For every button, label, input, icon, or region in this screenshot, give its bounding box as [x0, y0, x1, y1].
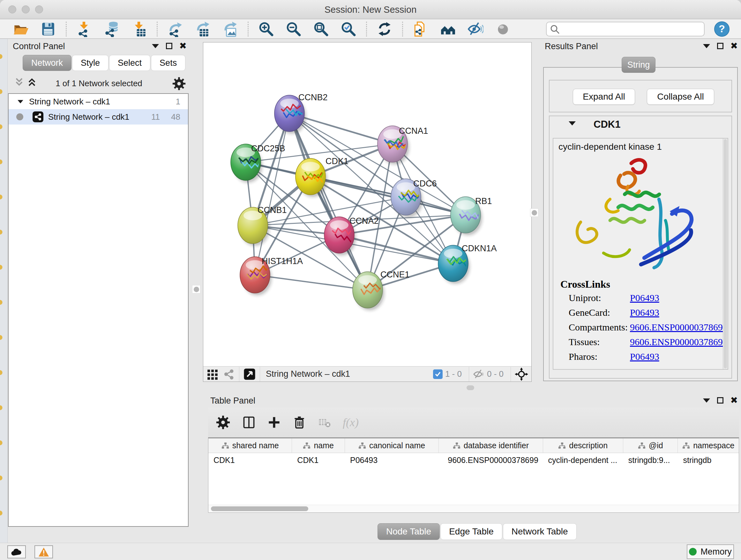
add-column-plus-icon[interactable]: [267, 416, 281, 429]
left-splitter-handle[interactable]: [192, 285, 200, 294]
zoom-fit-button[interactable]: [313, 20, 330, 38]
panel-menu-icon[interactable]: [152, 44, 159, 48]
crosslink-link[interactable]: 9606.ENSP00000378699: [630, 322, 728, 333]
tab-string[interactable]: String: [622, 57, 656, 73]
crosslink-link[interactable]: P06493: [630, 293, 659, 303]
string-import-button[interactable]: [412, 20, 429, 38]
horizontal-splitter-handle[interactable]: [467, 385, 474, 390]
tab-style[interactable]: Style: [72, 55, 109, 71]
collapse-all-button[interactable]: Collapse All: [647, 89, 714, 105]
show-columns-icon[interactable]: [242, 415, 256, 429]
hide-glass-button[interactable]: [467, 20, 484, 38]
column-header[interactable]: name: [292, 438, 345, 453]
help-button[interactable]: ?: [714, 21, 730, 37]
right-splitter-handle[interactable]: [530, 208, 538, 217]
gear-icon[interactable]: [216, 415, 230, 430]
tab-network-table[interactable]: Network Table: [503, 523, 577, 540]
tree-expander-icon[interactable]: [17, 100, 23, 103]
grid-view-icon[interactable]: [206, 368, 219, 380]
export-network-button[interactable]: [166, 20, 184, 38]
export-table-button[interactable]: [194, 20, 211, 38]
network-node[interactable]: RB1: [451, 196, 492, 235]
hidden-eye-icon[interactable]: [473, 368, 484, 380]
warning-status-button[interactable]: [35, 545, 53, 558]
tab-network[interactable]: Network: [23, 55, 71, 71]
gear-icon[interactable]: [172, 77, 186, 91]
import-network-database-button[interactable]: [103, 20, 120, 38]
expand-all-button[interactable]: Expand All: [573, 89, 635, 105]
table-row[interactable]: CDK1CDK1P064939606.ENSP00000378699cyclin…: [208, 453, 739, 468]
network-row[interactable]: String Network – cdk1 11 48: [9, 109, 188, 125]
selected-nodes-checkbox[interactable]: [433, 369, 443, 379]
column-header[interactable]: canonical name: [345, 438, 439, 453]
search-input[interactable]: [546, 22, 704, 37]
network-canvas[interactable]: CCNB2CCNA1CDC25BCDK1CDC6RB1CCNB1CCNA2CDK…: [203, 43, 531, 366]
tab-sets[interactable]: Sets: [151, 55, 185, 71]
results-scrollbar[interactable]: [723, 138, 728, 369]
tab-node-table[interactable]: Node Table: [378, 523, 440, 540]
network-node[interactable]: CDKN1A: [438, 244, 497, 284]
network-edge[interactable]: [255, 113, 289, 275]
network-node[interactable]: CCNE1: [353, 270, 410, 310]
save-session-button[interactable]: [40, 20, 57, 38]
zoom-selected-button[interactable]: [340, 20, 357, 38]
memory-button[interactable]: Memory: [687, 544, 734, 559]
crosslink-link[interactable]: 9606.ENSP00000378699: [630, 336, 728, 348]
column-header[interactable]: namespace: [678, 438, 739, 453]
delete-trash-icon[interactable]: [292, 415, 307, 429]
zoom-out-button[interactable]: [285, 20, 302, 38]
toolbar-separator: [366, 22, 367, 37]
show-glass-button[interactable]: [494, 20, 512, 38]
check-icon: [434, 371, 441, 377]
panel-close-icon[interactable]: ✖: [731, 397, 738, 403]
birds-eye-view-icon[interactable]: [243, 368, 256, 381]
network-node[interactable]: CDC6: [391, 179, 437, 217]
protein-section-header[interactable]: CDK1: [549, 116, 731, 133]
panel-menu-icon[interactable]: [703, 44, 710, 48]
tab-select[interactable]: Select: [109, 55, 150, 71]
column-header[interactable]: @id: [623, 438, 678, 453]
open-session-button[interactable]: [12, 20, 29, 38]
import-network-file-button[interactable]: [76, 20, 93, 38]
table-h-scrollbar[interactable]: [208, 505, 739, 512]
table-cell: CDK1: [292, 453, 345, 468]
network-node[interactable]: HIST1H1A: [240, 256, 303, 295]
network-node[interactable]: CDC25B: [231, 144, 285, 183]
network-node[interactable]: CDK1: [295, 157, 348, 197]
database-icon: [104, 21, 120, 37]
import-table-button[interactable]: [131, 20, 148, 38]
network-node[interactable]: CCNA2: [324, 216, 379, 255]
column-header[interactable]: database identifier: [439, 438, 543, 453]
memory-status-dot: [689, 548, 697, 556]
tab-edge-table[interactable]: Edge Table: [441, 523, 502, 540]
zoom-in-button[interactable]: [258, 20, 275, 38]
refresh-button[interactable]: [376, 20, 393, 38]
string-tab-label: String: [622, 57, 656, 73]
fit-content-crosshair-icon[interactable]: [515, 368, 528, 381]
network-edge[interactable]: [255, 275, 367, 290]
panel-close-icon[interactable]: ✖: [179, 43, 187, 49]
home-networks-button[interactable]: [440, 20, 457, 38]
table-cell: CDK1: [208, 453, 292, 468]
network-share-icon[interactable]: [223, 368, 235, 380]
panel-close-icon[interactable]: ✖: [731, 43, 738, 49]
section-expander-icon[interactable]: [569, 121, 576, 125]
crosslink-link[interactable]: P06493: [630, 307, 659, 318]
crosslink-link[interactable]: P06493: [630, 351, 659, 362]
panel-float-icon[interactable]: [717, 43, 724, 49]
cloud-icon: [11, 548, 22, 556]
cloud-status-button[interactable]: [7, 545, 26, 558]
panel-menu-icon[interactable]: [703, 398, 710, 402]
column-header[interactable]: description: [543, 438, 623, 453]
panel-float-icon[interactable]: [166, 43, 172, 49]
column-header[interactable]: shared name: [208, 438, 292, 453]
panel-float-icon[interactable]: [717, 397, 724, 403]
export-image-button[interactable]: [221, 20, 239, 38]
edge-count: 48: [171, 112, 180, 122]
table-cell: P06493: [345, 453, 439, 468]
network-node[interactable]: CCNA1: [378, 126, 428, 165]
node-label: CCNB1: [258, 205, 287, 215]
network-node[interactable]: CCNB2: [274, 92, 328, 134]
network-edge[interactable]: [311, 177, 466, 215]
network-collection-row[interactable]: String Network – cdk1 1: [9, 94, 188, 109]
